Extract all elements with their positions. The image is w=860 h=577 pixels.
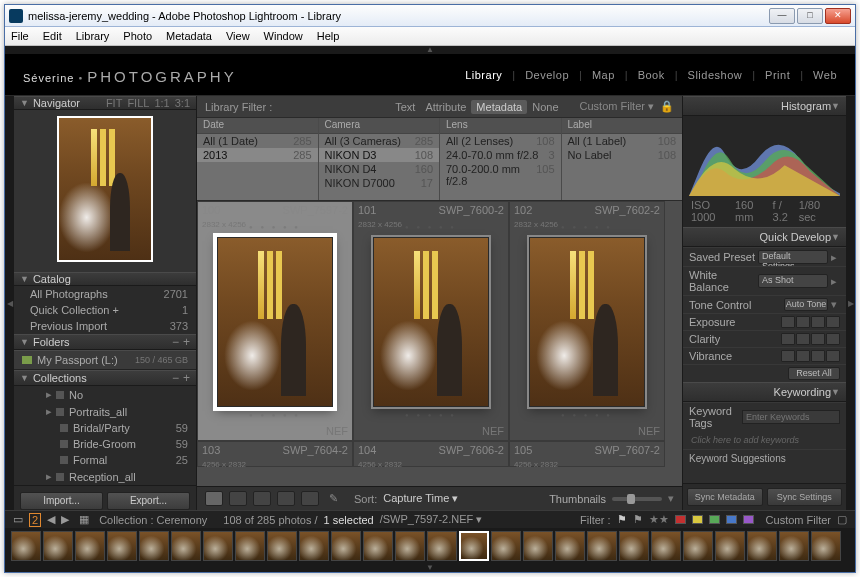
filmstrip[interactable] (5, 528, 855, 564)
menu-edit[interactable]: Edit (43, 30, 62, 42)
filmstrip-thumb[interactable] (43, 531, 73, 561)
grid-cell[interactable]: 100SWP_7597-22832 x 4256● ● ● ● ●● ● ● ●… (197, 201, 353, 441)
collection-item[interactable]: Bridal/Party59 (14, 420, 196, 436)
rating-stars[interactable]: ★★ (649, 513, 669, 526)
collections-minus[interactable]: − (172, 371, 179, 385)
nav-zoom-fit[interactable]: FIT (106, 97, 123, 109)
vibrance-plus[interactable] (811, 350, 825, 362)
filter-lock-icon[interactable]: 🔒 (660, 100, 674, 113)
menu-help[interactable]: Help (317, 30, 340, 42)
top-panel-toggle[interactable]: ▲ (5, 46, 855, 54)
meta-row[interactable]: NIKON D4160 (319, 162, 440, 176)
window-minimize[interactable]: — (769, 8, 795, 24)
collection-item[interactable]: ▸No (14, 386, 196, 403)
filmstrip-thumb[interactable] (11, 531, 41, 561)
view-compare-button[interactable] (253, 491, 271, 506)
preset-select[interactable]: Default Settings (758, 250, 828, 264)
view-loupe-button[interactable] (229, 491, 247, 506)
film-custom-filter[interactable]: Custom Filter (766, 514, 831, 526)
collections-plus[interactable]: + (183, 371, 190, 385)
sync-settings-button[interactable]: Sync Settings (767, 488, 843, 506)
import-button[interactable]: Import... (20, 492, 103, 510)
grid-cell[interactable]: 103SWP_7604-24256 x 2832● ● ● ● ●● ● ● ●… (197, 441, 353, 467)
grid-cell[interactable]: 101SWP_7600-22832 x 4256● ● ● ● ●● ● ● ●… (353, 201, 509, 441)
folders-header[interactable]: ▼ Folders − + (14, 334, 196, 350)
filmstrip-thumb[interactable] (363, 531, 393, 561)
filmstrip-thumb[interactable] (747, 531, 777, 561)
filmstrip-thumb[interactable] (523, 531, 553, 561)
filmstrip-thumb[interactable] (715, 531, 745, 561)
wb-expand-icon[interactable]: ▸ (828, 275, 840, 288)
filter-tab-attribute[interactable]: Attribute (420, 100, 471, 114)
filmstrip-thumb[interactable] (651, 531, 681, 561)
nav-zoom-fill[interactable]: FILL (127, 97, 149, 109)
grid-cell[interactable]: 102SWP_7602-22832 x 4256● ● ● ● ●● ● ● ●… (509, 201, 665, 441)
vibrance-minus-big[interactable] (781, 350, 795, 362)
vibrance-plus-big[interactable] (826, 350, 840, 362)
module-develop[interactable]: Develop (525, 69, 569, 81)
menu-view[interactable]: View (226, 30, 250, 42)
catalog-header[interactable]: ▼ Catalog (14, 272, 196, 286)
clarity-plus[interactable] (811, 333, 825, 345)
view-survey-button[interactable] (277, 491, 295, 506)
clarity-plus-big[interactable] (826, 333, 840, 345)
catalog-item[interactable]: Quick Collection +1 (14, 302, 196, 318)
catalog-item[interactable]: All Photographs2701 (14, 286, 196, 302)
right-panel-toggle[interactable]: ▶ (846, 96, 855, 510)
menu-library[interactable]: Library (76, 30, 110, 42)
exposure-plus[interactable] (811, 316, 825, 328)
film-path[interactable]: /SWP_7597-2.NEF ▾ (380, 513, 483, 526)
filmstrip-thumb[interactable] (683, 531, 713, 561)
meta-col-header[interactable]: Camera (319, 118, 440, 134)
toolbar-menu-icon[interactable]: ▾ (668, 492, 674, 505)
meta-row[interactable]: All (3 Cameras)285 (319, 134, 440, 148)
vibrance-minus[interactable] (796, 350, 810, 362)
volume-row[interactable]: My Passport (L:) 150 / 465 GB (14, 350, 196, 370)
second-window-icon[interactable]: 2 (29, 513, 41, 527)
catalog-item[interactable]: Previous Import373 (14, 318, 196, 334)
window-close[interactable]: ✕ (825, 8, 851, 24)
filmstrip-thumb[interactable] (459, 531, 489, 561)
wb-select[interactable]: As Shot (758, 274, 828, 288)
meta-col-header[interactable]: Date (197, 118, 318, 134)
thumbnails-slider-label[interactable]: Thumbnails (549, 493, 606, 505)
clarity-minus-big[interactable] (781, 333, 795, 345)
label-red[interactable] (675, 515, 686, 524)
tone-expand-icon[interactable]: ▾ (828, 298, 840, 311)
grid-nav-fwd[interactable]: ▶ (61, 513, 69, 526)
meta-row[interactable]: NIKON D3108 (319, 148, 440, 162)
quickdev-header[interactable]: Quick Develop ▼ (683, 227, 846, 247)
filmstrip-thumb[interactable] (811, 531, 841, 561)
grid-nav-back[interactable]: ◀ (47, 513, 55, 526)
filmstrip-thumb[interactable] (395, 531, 425, 561)
left-panel-toggle[interactable]: ◀ (5, 96, 14, 510)
filter-tab-none[interactable]: None (527, 100, 563, 114)
filmstrip-thumb[interactable] (107, 531, 137, 561)
sort-field[interactable]: Capture Time ▾ (383, 492, 458, 505)
view-grid-button[interactable] (205, 491, 223, 506)
menu-photo[interactable]: Photo (123, 30, 152, 42)
filmstrip-thumb[interactable] (491, 531, 521, 561)
grid-view[interactable]: 100SWP_7597-22832 x 4256● ● ● ● ●● ● ● ●… (197, 201, 682, 486)
exposure-plus-big[interactable] (826, 316, 840, 328)
filmstrip-thumb[interactable] (619, 531, 649, 561)
filmstrip-thumb[interactable] (779, 531, 809, 561)
exposure-minus-big[interactable] (781, 316, 795, 328)
meta-row[interactable]: All (1 Date)285 (197, 134, 318, 148)
meta-row[interactable]: 2013285 (197, 148, 318, 162)
menu-file[interactable]: File (11, 30, 29, 42)
histogram-display[interactable] (683, 116, 846, 198)
filmstrip-thumb[interactable] (267, 531, 297, 561)
nav-zoom-3:1[interactable]: 3:1 (175, 97, 190, 109)
thumbnail-size-slider[interactable] (612, 497, 662, 501)
window-maximize[interactable]: □ (797, 8, 823, 24)
grid-cell[interactable]: 105SWP_7607-24256 x 2832● ● ● ● ●● ● ● ●… (509, 441, 665, 467)
label-green[interactable] (709, 515, 720, 524)
clarity-minus[interactable] (796, 333, 810, 345)
filmstrip-thumb[interactable] (331, 531, 361, 561)
filmstrip-thumb[interactable] (75, 531, 105, 561)
preset-expand-icon[interactable]: ▸ (828, 251, 840, 264)
painter-icon[interactable]: ✎ (329, 492, 338, 505)
flag-pick-icon[interactable]: ⚑ (617, 513, 627, 526)
meta-col-header[interactable]: Label (562, 118, 683, 134)
